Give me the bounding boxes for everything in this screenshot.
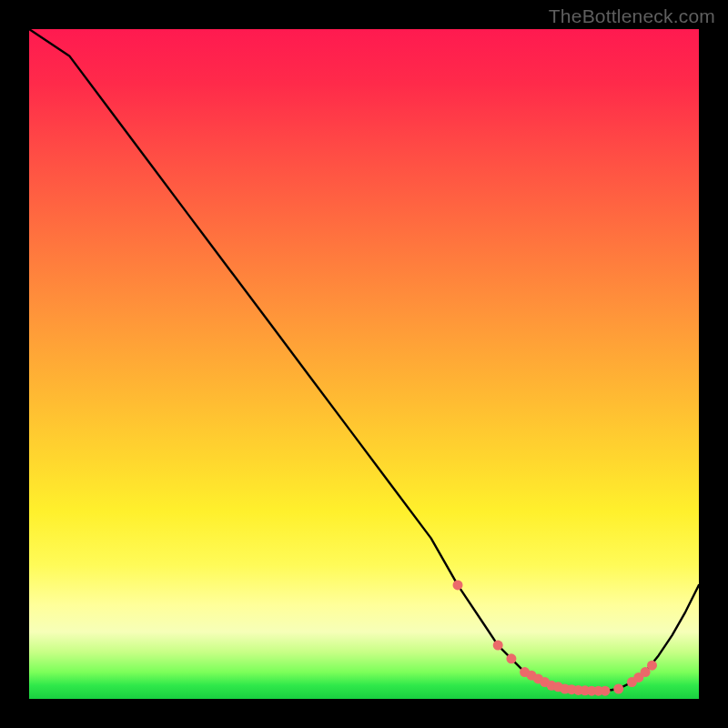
chart-frame: TheBottleneck.com (0, 0, 728, 728)
bottleneck-curve (29, 29, 699, 691)
curve-marker (506, 653, 516, 663)
curve-marker (601, 686, 611, 696)
chart-svg (29, 29, 699, 699)
watermark-text: TheBottleneck.com (549, 5, 715, 27)
curve-marker (613, 684, 623, 694)
curve-marker (647, 661, 657, 671)
plot-area (29, 29, 699, 699)
curve-marker (493, 641, 503, 651)
curve-markers (453, 580, 658, 695)
curve-marker (453, 580, 463, 590)
